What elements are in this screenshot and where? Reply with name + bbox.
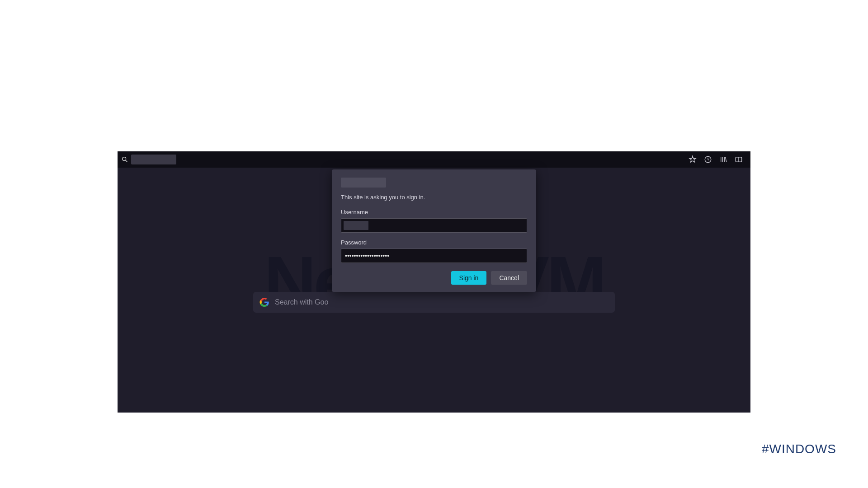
dialog-message: This site is asking you to sign in. (341, 194, 527, 201)
browser-content: NeuronVM Search with Goo This site is as… (118, 168, 750, 413)
sign-in-button[interactable]: Sign in (451, 271, 487, 285)
url-bar-redacted[interactable] (131, 155, 176, 164)
clock-icon[interactable] (703, 155, 712, 164)
dialog-actions: Sign in Cancel (341, 271, 527, 285)
username-input[interactable] (341, 218, 527, 233)
homepage-search-bar[interactable]: Search with Goo (253, 292, 615, 313)
toolbar-actions (683, 155, 749, 164)
browser-toolbar (118, 151, 750, 168)
cancel-button[interactable]: Cancel (491, 271, 527, 285)
svg-point-0 (123, 157, 126, 161)
browser-window: NeuronVM Search with Goo This site is as… (118, 151, 750, 413)
reader-icon[interactable] (734, 155, 743, 164)
svg-line-1 (126, 160, 127, 162)
library-icon[interactable] (719, 155, 728, 164)
search-icon[interactable] (119, 154, 130, 165)
svg-marker-2 (689, 156, 696, 162)
dialog-host-redacted (341, 178, 386, 188)
username-label: Username (341, 209, 527, 216)
google-logo-icon (259, 297, 269, 307)
password-input[interactable] (341, 249, 527, 263)
password-label: Password (341, 239, 527, 246)
star-icon[interactable] (688, 155, 697, 164)
auth-dialog: This site is asking you to sign in. User… (332, 169, 536, 292)
search-placeholder: Search with Goo (275, 298, 328, 306)
svg-line-8 (726, 157, 726, 162)
url-bar[interactable] (176, 154, 683, 165)
hashtag-label: #WINDOWS (762, 442, 836, 456)
